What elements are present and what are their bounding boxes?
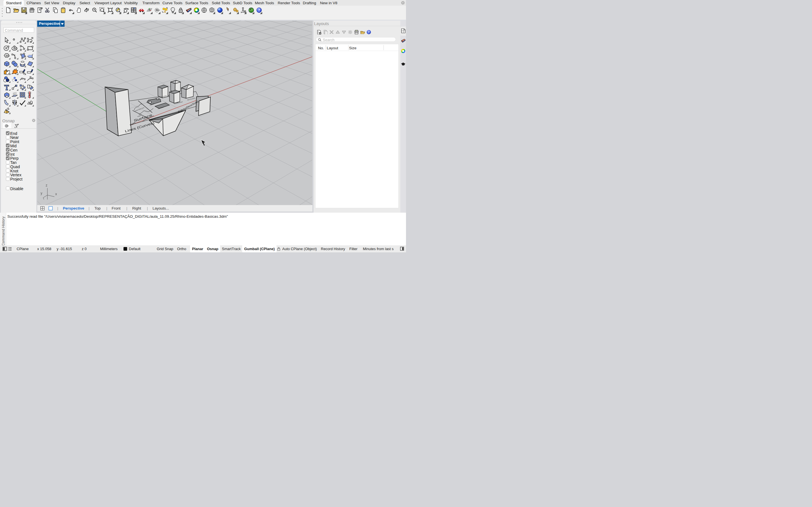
svg-text:y: y xyxy=(41,191,42,195)
svg-text:Line: Line xyxy=(142,120,145,122)
svg-text:x: x xyxy=(55,192,57,196)
svg-text:?: ? xyxy=(368,31,370,34)
svg-text:z: z xyxy=(46,183,47,187)
